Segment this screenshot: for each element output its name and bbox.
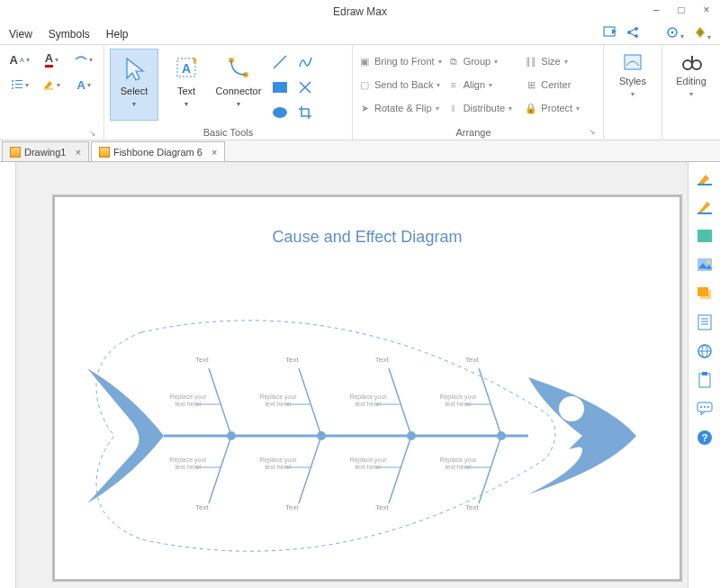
close-tab-icon[interactable]: ×	[75, 147, 80, 158]
page-icon[interactable]	[695, 313, 715, 331]
svg-point-63	[700, 406, 702, 408]
group-button[interactable]: ⧉Group▾	[447, 50, 520, 72]
close-button[interactable]: ×	[700, 4, 713, 16]
svg-line-17	[274, 56, 286, 68]
canvas[interactable]: Cause and Effect Diagram	[16, 162, 688, 588]
crop-shape[interactable]	[295, 103, 315, 122]
svg-point-10	[12, 87, 14, 89]
svg-rect-46	[698, 184, 712, 185]
svg-line-32	[389, 368, 411, 436]
rectangle-shape[interactable]	[270, 77, 290, 97]
document-icon	[10, 147, 21, 158]
bring-to-front-button[interactable]: ▣Bring to Front▾	[358, 50, 442, 72]
help-icon[interactable]: ?	[695, 429, 715, 447]
clipboard-icon[interactable]	[695, 371, 715, 389]
line-shape[interactable]	[270, 52, 290, 72]
tab-fishbone[interactable]: Fishbone Diagram 6 ×	[91, 141, 226, 161]
svg-line-30	[209, 368, 231, 436]
tab-drawing1[interactable]: Drawing1 ×	[2, 141, 89, 161]
ellipse-shape[interactable]	[270, 103, 290, 122]
cause-text[interactable]: Replace your text here!	[438, 457, 478, 470]
center-button[interactable]: ⊞Center	[525, 74, 598, 95]
cause-text[interactable]: Replace your text here!	[438, 394, 478, 407]
maximize-button[interactable]: □	[675, 4, 688, 16]
svg-line-34	[209, 436, 231, 503]
cause-text[interactable]: Replace your text here!	[258, 394, 298, 407]
menu-bar: View Symbols Help ▾ ▾	[0, 23, 720, 45]
svg-rect-12	[44, 88, 53, 90]
protect-button[interactable]: 🔒Protect▾	[525, 97, 598, 119]
vertical-ruler	[0, 162, 16, 588]
editing-button[interactable]: Editing ▾	[666, 45, 716, 98]
fishbone-diagram[interactable]: Text Text Text Text Text Text Text Text …	[78, 314, 654, 557]
rotate-flip-button[interactable]: ➤Rotate & Flip▾	[358, 97, 442, 119]
text-tool[interactable]: A Text ▾	[162, 49, 211, 121]
size-button[interactable]: ∥∥Size▾	[525, 50, 598, 72]
styles-button[interactable]: Styles ▾	[608, 45, 658, 98]
bone-label[interactable]: Text	[285, 356, 299, 364]
bone-label[interactable]: Text	[375, 503, 389, 511]
cause-text[interactable]: Replace your text here!	[348, 394, 388, 407]
bullets-button[interactable]: ▾	[5, 74, 34, 95]
export-icon[interactable]	[603, 26, 617, 41]
font-button[interactable]: AA▾	[5, 49, 34, 70]
line-style-button[interactable]: ▾	[69, 49, 98, 70]
bone-label[interactable]: Text	[285, 503, 299, 511]
cause-text[interactable]: Replace your text here!	[168, 457, 208, 470]
layers-icon[interactable]	[695, 285, 715, 303]
arrange-group-launcher[interactable]: ↘	[589, 127, 596, 138]
minimize-button[interactable]: –	[650, 4, 662, 16]
menu-help[interactable]: Help	[106, 28, 129, 41]
svg-rect-61	[702, 372, 707, 375]
font-color-button[interactable]: A▾	[38, 49, 67, 70]
theme-pen-icon[interactable]	[695, 169, 715, 187]
settings-icon[interactable]: ▾	[666, 26, 684, 41]
page[interactable]: Cause and Effect Diagram	[52, 194, 682, 582]
window-title: Edraw Max	[333, 5, 387, 18]
basic-tools-label: Basic Tools	[110, 127, 346, 138]
menu-symbols[interactable]: Symbols	[49, 28, 90, 41]
document-icon	[99, 147, 110, 158]
share-icon[interactable]	[626, 26, 639, 41]
bone-label[interactable]: Text	[195, 356, 209, 364]
picture-icon[interactable]	[695, 256, 715, 274]
svg-line-36	[389, 436, 411, 503]
fill-swatch-icon[interactable]	[695, 227, 715, 245]
svg-point-19	[273, 107, 287, 118]
basic-tools-group: Select ▾ A Text ▾ Connector ▾	[104, 45, 353, 140]
app-logo-icon[interactable]: ▾	[693, 25, 711, 42]
cause-text[interactable]: Replace your text here!	[348, 457, 388, 470]
cause-text[interactable]: Replace your text here!	[168, 394, 208, 407]
edit-pen-icon[interactable]	[695, 198, 715, 216]
svg-point-6	[12, 80, 14, 82]
globe-icon[interactable]	[695, 342, 715, 360]
svg-point-25	[559, 396, 584, 421]
svg-point-21	[683, 60, 692, 69]
bone-label[interactable]: Text	[375, 356, 389, 364]
svg-rect-48	[698, 230, 712, 242]
bone-label[interactable]: Text	[195, 503, 209, 511]
svg-point-8	[12, 84, 14, 86]
comment-icon[interactable]	[695, 400, 715, 418]
styles-group: Styles ▾	[604, 45, 662, 140]
bone-label[interactable]: Text	[465, 503, 479, 511]
send-to-back-button[interactable]: ▢Send to Back▾	[358, 74, 442, 95]
text-color-button[interactable]: A▾	[69, 74, 98, 95]
highlight-button[interactable]: ▾	[38, 74, 67, 95]
select-tool[interactable]: Select ▾	[110, 49, 158, 121]
svg-point-65	[707, 406, 709, 408]
align-button[interactable]: ≡Align▾	[447, 74, 520, 95]
title-bar: Edraw Max – □ ×	[0, 0, 720, 23]
distribute-button[interactable]: ⫴Distribute▾	[447, 97, 520, 119]
freehand-shape[interactable]	[295, 52, 315, 72]
bone-label[interactable]: Text	[465, 356, 479, 364]
close-tab-icon[interactable]: ×	[212, 147, 217, 158]
connector-tool[interactable]: Connector ▾	[214, 49, 263, 121]
cause-text[interactable]: Replace your text here!	[258, 457, 298, 470]
menu-view[interactable]: View	[9, 28, 32, 41]
close-shape[interactable]	[295, 77, 315, 97]
font-group-launcher[interactable]: ↘	[5, 129, 96, 138]
diagram-title[interactable]: Cause and Effect Diagram	[55, 228, 680, 247]
svg-rect-18	[273, 82, 287, 93]
svg-line-35	[299, 436, 321, 503]
